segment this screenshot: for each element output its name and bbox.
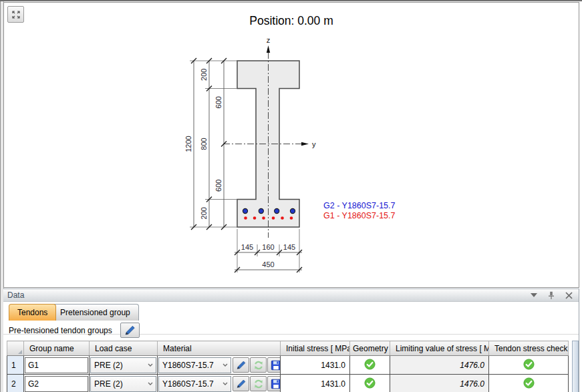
tab-tendons[interactable]: Tendons [9,304,56,321]
row-number[interactable]: 1 [7,356,24,375]
limiting-stress-value: 1476.0 [390,356,489,375]
tab-pretensioned-group[interactable]: Pretensioned group [51,304,139,321]
tendon-groups-table: Group name Load case Material Initial st… [7,341,569,392]
chevron-down-icon [223,363,228,367]
edit-material-button[interactable] [233,376,249,391]
material-select[interactable]: Y1860S7-15.7 [158,376,231,392]
header-material: Material [158,341,281,356]
edit-material-button[interactable] [233,357,249,373]
initial-stress-value: 1431.0 [281,375,350,392]
pretensioned-groups-label: Pre-tensioned tendon groups [9,326,112,335]
dim-450: 450 [262,260,274,268]
extension-lines [190,61,299,272]
save-material-button[interactable] [267,357,281,373]
table-row: 2 G2 PRE (2) Y1860S7-15.7 [7,375,569,392]
pin-icon[interactable] [547,290,556,300]
chevron-down-icon [148,363,153,367]
check-ok-icon [364,377,376,389]
reload-material-button[interactable] [250,357,267,373]
load-case-value: PRE (2) [94,361,123,370]
dim-200-bottom: 200 [200,207,208,219]
data-panel-titlebar: Data [3,288,579,302]
header-row-selector[interactable] [7,341,24,356]
tendon-label-g1: G1 - Y1860S7-15.7 [323,211,396,220]
check-ok-icon [523,377,535,389]
reload-material-button[interactable] [250,376,267,391]
data-tabstrip: Pretensioned group Tendons [3,303,579,321]
initial-stress-value: 1431.0 [281,356,350,375]
material-select[interactable]: Y1860S7-15.7 [158,357,231,373]
y-axis-label: y [312,140,316,148]
group-name-input[interactable]: G2 [25,376,88,392]
dim-600-bottom: 600 [214,180,223,192]
geometry-status [350,356,390,375]
stress-check-status [489,375,569,392]
table-header-row: Group name Load case Material Initial st… [7,341,569,356]
row-number[interactable]: 2 [7,375,24,392]
load-case-value: PRE (2) [94,379,123,389]
header-group-name: Group name [24,341,90,356]
data-panel: Data [3,288,579,392]
z-axis-arrow [267,45,270,53]
chevron-down-icon [223,382,228,385]
edit-groups-button[interactable] [120,323,140,338]
dim-145-right: 145 [283,243,295,251]
group-name-input[interactable]: G1 [25,357,88,373]
dimension-lines-left [194,61,302,270]
table-row: 1 G1 PRE (2) Y1860S7-15.7 [7,356,569,375]
pencil-icon [235,360,247,371]
header-initial-stress: Initial stress [ MPa [281,341,350,356]
stress-check-status [489,356,569,375]
drawing-panel: Position: 0.00 m z y [3,2,579,288]
tendon-label-g2: G2 - Y1860S7-15.7 [323,201,396,210]
load-case-select[interactable]: PRE (2) [90,357,156,373]
dim-200-top: 200 [200,69,208,81]
refresh-icon [253,379,264,389]
refresh-icon [253,360,264,371]
panel-menu-icon[interactable] [529,290,539,300]
limiting-stress-value: 1476.0 [390,375,489,392]
pencil-icon [124,325,137,337]
data-panel-title: Data [7,290,24,300]
close-icon[interactable] [564,290,573,300]
header-geometry: Geometry [350,341,390,356]
load-case-select[interactable]: PRE (2) [90,376,156,392]
header-limiting-stress: Limiting value of stress [ M [390,341,489,356]
geometry-status [350,375,390,392]
cross-section-canvas: z y [4,3,579,286]
z-axis-label: z [267,36,271,44]
pencil-icon [235,379,247,389]
dim-160: 160 [262,243,274,251]
dim-600-top: 600 [214,96,223,108]
dim-1200: 1200 [184,136,192,152]
header-load-case: Load case [90,341,158,356]
save-material-button[interactable] [267,376,281,391]
check-ok-icon [523,359,535,370]
dim-800: 800 [200,138,208,150]
material-value: Y1860S7-15.7 [162,361,214,370]
header-stress-check: Tendon stress check [489,341,569,356]
application-window: Position: 0.00 m z y [0,0,582,392]
save-icon [271,360,281,371]
material-value: Y1860S7-15.7 [162,379,214,389]
check-ok-icon [364,359,376,370]
dimension-ticks [191,58,302,272]
dim-145-left: 145 [241,243,253,251]
save-icon [271,379,281,389]
table-scrollbar[interactable] [572,341,579,392]
chevron-down-icon [148,382,153,385]
y-axis-arrow [301,142,309,146]
